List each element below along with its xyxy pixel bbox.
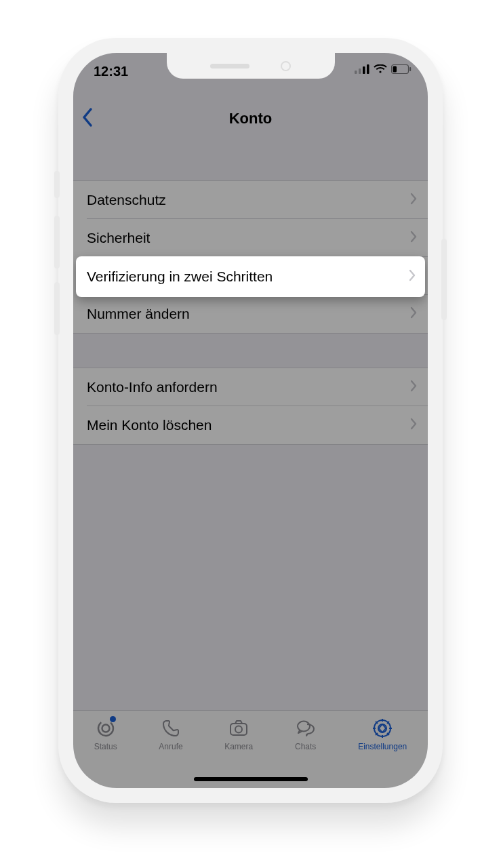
svg-rect-6 xyxy=(409,67,411,71)
svg-point-4 xyxy=(379,71,381,73)
tab-calls[interactable]: Anrufe xyxy=(159,717,182,788)
svg-rect-2 xyxy=(363,66,365,74)
battery-icon xyxy=(391,64,412,74)
chevron-right-icon xyxy=(410,192,417,208)
chevron-right-icon xyxy=(409,269,416,285)
cellular-icon xyxy=(355,64,369,74)
power-button xyxy=(441,239,447,320)
row-label: Sicherheit xyxy=(87,230,150,246)
row-label: Datenschutz xyxy=(87,192,166,208)
row-konto-loeschen[interactable]: Mein Konto löschen xyxy=(73,406,428,444)
svg-point-12 xyxy=(298,722,310,732)
screen: 12:31 Konto xyxy=(73,53,428,788)
row-sicherheit[interactable]: Sicherheit xyxy=(73,219,428,257)
tab-label: Kamera xyxy=(224,742,253,751)
svg-point-11 xyxy=(235,726,242,733)
status-icons xyxy=(355,64,412,74)
tab-label: Status xyxy=(94,742,117,751)
settings-list: Datenschutz Sicherheit Verifizierung in … xyxy=(73,180,428,445)
phone-frame: 12:31 Konto xyxy=(58,38,443,803)
row-label: Verifizierung in zwei Schritten xyxy=(87,269,273,285)
gear-icon xyxy=(372,717,393,739)
row-label: Nummer ändern xyxy=(87,306,190,322)
volume-up-button xyxy=(54,216,60,269)
wifi-icon xyxy=(374,64,387,74)
nav-header: Konto xyxy=(73,100,428,140)
row-label: Konto-Info anfordern xyxy=(87,379,218,395)
page-title: Konto xyxy=(73,110,428,127)
camera-icon xyxy=(228,717,249,739)
svg-rect-7 xyxy=(393,66,397,73)
volume-down-button xyxy=(54,282,60,335)
chevron-right-icon xyxy=(410,379,417,395)
chevron-right-icon xyxy=(410,306,417,322)
tab-bar: Status Anrufe Kamera xyxy=(73,710,428,788)
phone-icon xyxy=(160,717,182,739)
row-label: Mein Konto löschen xyxy=(87,417,212,433)
mute-switch xyxy=(54,171,60,198)
front-camera xyxy=(281,61,291,71)
tab-settings[interactable]: Einstellungen xyxy=(358,717,407,788)
row-verifizierung-highlighted[interactable]: Verifizierung in zwei Schritten xyxy=(76,256,425,297)
chats-icon xyxy=(295,717,317,739)
tab-status[interactable]: Status xyxy=(94,717,117,788)
stage: 12:31 Konto xyxy=(0,0,501,868)
row-konto-info[interactable]: Konto-Info anfordern xyxy=(73,368,428,406)
row-nummer-aendern[interactable]: Nummer ändern xyxy=(73,295,428,333)
chevron-right-icon xyxy=(410,417,417,433)
speaker-grille xyxy=(210,64,249,68)
status-time: 12:31 xyxy=(94,64,128,79)
notch xyxy=(167,53,335,79)
svg-rect-3 xyxy=(367,64,369,74)
tab-label: Einstellungen xyxy=(358,742,407,751)
settings-group-2: Konto-Info anfordern Mein Konto löschen xyxy=(73,368,428,445)
svg-point-9 xyxy=(102,725,109,732)
row-datenschutz[interactable]: Datenschutz xyxy=(73,181,428,219)
svg-rect-1 xyxy=(359,68,361,74)
chevron-right-icon xyxy=(410,230,417,246)
svg-rect-0 xyxy=(355,71,357,74)
home-indicator[interactable] xyxy=(194,777,308,781)
tab-label: Chats xyxy=(295,742,316,751)
tab-label: Anrufe xyxy=(159,742,182,751)
